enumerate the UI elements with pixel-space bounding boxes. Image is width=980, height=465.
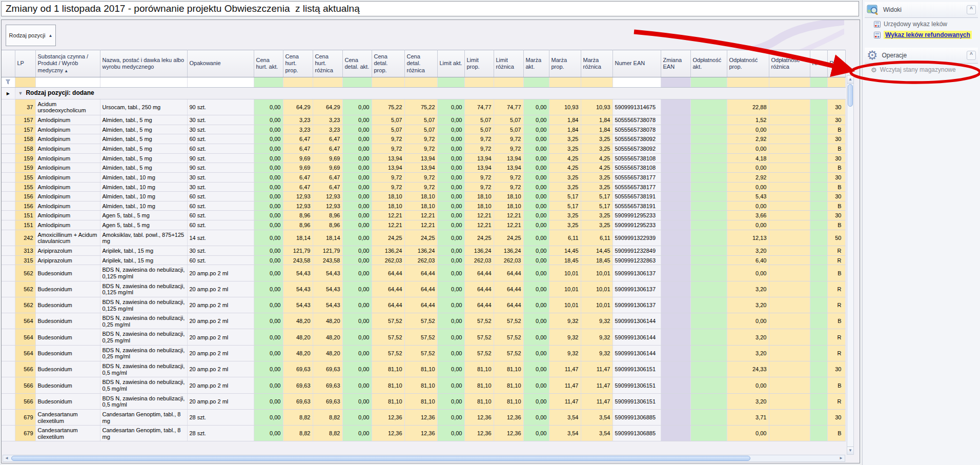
cell-mr[interactable]: 3,54 [581,426,612,441]
cell-ze[interactable] [661,172,690,182]
cell-chr[interactable]: 9,69 [313,153,342,163]
cell-cha[interactable]: 0,00 [254,345,283,361]
cell-naz[interactable]: BDS N, zawiesina do nebulizacji, 0,5 mg/… [100,377,187,393]
cell-orr[interactable] [769,265,810,281]
cell-ra[interactable] [810,255,827,265]
cell-lr[interactable]: 64,44 [494,265,523,281]
row-indicator-cell[interactable] [2,99,15,115]
row-indicator-cell[interactable] [2,281,15,297]
cell-oa[interactable] [690,172,727,182]
cell-sub[interactable]: Amoxicillinum + Acidum clavulanicum [35,230,100,246]
cell-oa[interactable] [690,265,727,281]
cell-chp[interactable]: 48,20 [283,345,313,361]
cell-chr[interactable]: 6,47 [313,134,342,144]
cell-ra[interactable] [810,377,827,393]
cell-lr[interactable]: 5,07 [494,125,523,134]
cell-cda[interactable]: 0,00 [342,192,372,201]
cell-lp[interactable]: 159 [15,163,35,173]
cell-ze[interactable] [661,393,690,409]
column-header-oa[interactable]: Odpłatność akt. [690,50,727,77]
filter-cell-orr[interactable] [769,77,810,88]
cell-ma[interactable]: 0,00 [523,115,549,125]
cell-oa[interactable] [690,246,727,256]
cell-lr[interactable]: 12,21 [494,220,523,230]
cell-op[interactable]: 1,52 [727,115,769,125]
cell-cdr[interactable]: 9,72 [404,134,437,144]
cell-mp[interactable]: 9,32 [549,313,581,329]
cell-oa[interactable] [690,345,727,361]
cell-chp[interactable]: 69,63 [283,377,313,393]
cell-ra[interactable] [810,134,827,144]
cell-opa[interactable]: 20 amp.po 2 ml [187,345,254,361]
sidebar-item-urzedowy-wykaz-lekow[interactable]: Urzędowy wykaz leków [863,19,980,29]
cell-op[interactable]: 3,20 [727,393,769,409]
cell-cdr[interactable]: 13,94 [404,163,437,173]
cell-lp[interactable]: 679 [15,409,35,425]
cell-rp[interactable]: R [827,329,845,345]
cell-mr[interactable]: 3,25 [581,134,612,144]
cell-cdr[interactable]: 12,36 [404,426,437,441]
scroll-down-icon[interactable]: ▼ [847,447,853,454]
cell-la[interactable]: 0,00 [437,393,464,409]
cell-oa[interactable] [690,201,727,211]
cell-cdp[interactable]: 57,52 [372,313,404,329]
cell-chp[interactable]: 6,47 [283,134,313,144]
cell-cha[interactable]: 0,00 [254,220,283,230]
cell-cda[interactable]: 0,00 [342,409,372,425]
cell-chp[interactable]: 6,47 [283,172,313,182]
cell-orr[interactable] [769,361,810,377]
cell-orr[interactable] [769,99,810,115]
cell-la[interactable]: 0,00 [437,163,464,173]
cell-chr[interactable]: 69,63 [313,393,342,409]
cell-lp[interactable]: 562 [15,297,35,313]
cell-cha[interactable]: 0,00 [254,297,283,313]
cell-cha[interactable]: 0,00 [254,201,283,211]
cell-rp[interactable]: 30 [827,115,845,125]
cell-chr[interactable]: 54,43 [313,265,342,281]
cell-cdr[interactable]: 12,21 [404,211,437,220]
cell-oa[interactable] [690,220,727,230]
cell-orr[interactable] [769,329,810,345]
cell-ra[interactable] [810,201,827,211]
cell-orr[interactable] [769,192,810,201]
column-header-cda[interactable]: Cena detal. akt. [342,50,372,77]
cell-sub[interactable]: Candesartanum cilexetilum [35,409,100,425]
cell-lr[interactable]: 64,44 [494,297,523,313]
column-header-chr[interactable]: Cena hurt. różnica [313,50,342,77]
cell-orr[interactable] [769,230,810,246]
cell-ma[interactable]: 0,00 [523,329,549,345]
cell-mp[interactable]: 11,47 [549,361,581,377]
cell-cdr[interactable]: 262,03 [404,255,437,265]
row-indicator-cell[interactable] [2,345,15,361]
cell-lp[interactable]: 566 [15,361,35,377]
cell-cha[interactable]: 0,00 [254,144,283,154]
cell-orr[interactable] [769,377,810,393]
cell-ze[interactable] [661,211,690,220]
cell-opa[interactable]: 60 szt. [187,144,254,154]
cell-ra[interactable] [810,153,827,163]
cell-lr[interactable]: 81,10 [494,393,523,409]
cell-mp[interactable]: 14,45 [549,246,581,256]
row-indicator-cell[interactable] [2,172,15,182]
cell-ean[interactable]: 5909991306885 [612,426,661,441]
row-indicator-cell[interactable] [2,134,15,144]
cell-cdr[interactable]: 81,10 [404,393,437,409]
cell-ma[interactable]: 0,00 [523,426,549,441]
cell-mp[interactable]: 3,25 [549,182,581,192]
horizontal-scrollbar-thumb[interactable] [11,456,750,461]
cell-rp[interactable]: 30 [827,409,845,425]
cell-lpr[interactable]: 12,36 [464,426,494,441]
filter-cell-cdr[interactable] [404,77,437,88]
cell-rp[interactable]: R [827,281,845,297]
cell-rp[interactable]: 30 [827,153,845,163]
cell-chr[interactable]: 64,29 [313,99,342,115]
column-header-mp[interactable]: Marża prop. [549,50,581,77]
cell-oa[interactable] [690,329,727,345]
cell-ma[interactable]: 0,00 [523,163,549,173]
cell-mr[interactable]: 10,01 [581,265,612,281]
cell-opa[interactable]: 20 amp.po 2 ml [187,393,254,409]
cell-lpr[interactable]: 18,10 [464,201,494,211]
cell-cdr[interactable]: 136,24 [404,246,437,256]
cell-mp[interactable]: 9,32 [549,345,581,361]
cell-lr[interactable]: 5,07 [494,115,523,125]
